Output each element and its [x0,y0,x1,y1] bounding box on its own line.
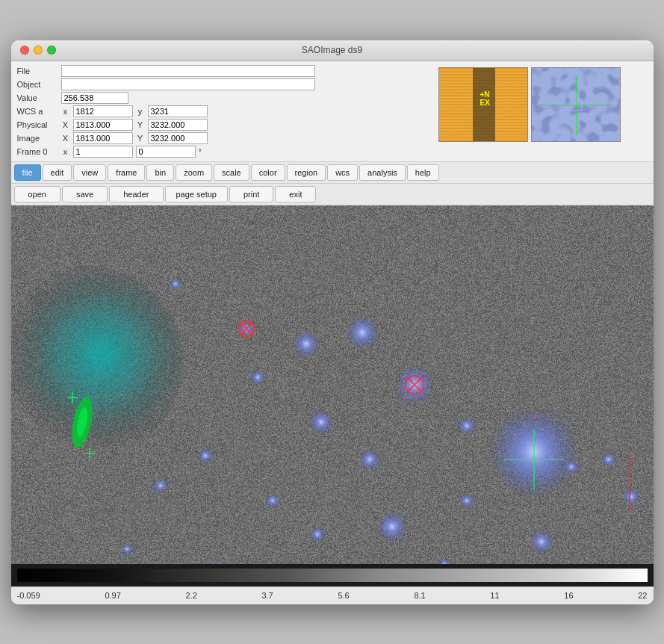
physical-y-label: Y [136,120,145,129]
frame-label: Frame 0 [17,147,58,156]
scale-label-3: 3.7 [261,591,273,600]
deg-symbol: ° [199,147,202,156]
preview-blue [532,68,621,142]
preview-orange: +NEX [439,68,528,142]
help-button[interactable]: help [407,164,439,181]
region-button[interactable]: region [287,164,326,181]
scale-label-4: 5.6 [338,591,349,600]
physical-y-input[interactable] [148,119,208,131]
scale-row: -0.059 0.97 2.2 3.7 5.6 8.1 11 16 22 [11,586,654,604]
preview-orange-box: +NEX [438,67,528,142]
traffic-lights [20,46,56,55]
info-panel: File Object Value 256.538 WCS a x y [11,61,654,162]
view-button[interactable]: view [73,164,106,181]
scale-label-6: 11 [490,591,499,600]
image-x-input[interactable] [73,132,133,144]
astronomy-canvas[interactable] [11,205,654,564]
frame-button[interactable]: frame [108,164,145,181]
print-button[interactable]: print [229,186,273,202]
colorbar [17,569,648,582]
image-row: Image X Y [17,131,435,145]
header-button[interactable]: header [109,186,163,202]
scale-labels: -0.059 0.97 2.2 3.7 5.6 8.1 11 16 22 [17,591,648,600]
physical-x-input[interactable] [73,119,133,131]
frame-x-input[interactable] [73,146,133,158]
scale-label-2: 2.2 [185,591,196,600]
image-y-label: Y [136,134,145,143]
color-button[interactable]: color [251,164,285,181]
frame-x-label: x [61,147,70,156]
object-row: Object [17,78,435,91]
wcs-y-input[interactable] [148,105,208,117]
bin-button[interactable]: bin [146,164,174,181]
crosshair-label: +NEX [480,90,490,107]
wcs-x-label: x [61,107,70,116]
image-y-input[interactable] [148,132,208,144]
wcs-y-label: y [136,107,145,116]
scale-label-8: 22 [638,591,647,600]
open-button[interactable]: open [14,186,60,202]
scale-label-0: -0.059 [17,591,40,600]
main-window: SAOImage ds9 File Object Value 256.538 W… [11,40,654,604]
object-input[interactable] [61,78,315,90]
titlebar: SAOImage ds9 [11,40,654,61]
scale-button[interactable]: scale [214,164,249,181]
window-title: SAOImage ds9 [302,45,362,55]
page-setup-button[interactable]: page setup [165,186,228,202]
wcs-button[interactable]: wcs [327,164,358,181]
colorbar-container [11,564,654,586]
value-label: Value [17,93,58,102]
scale-label-7: 16 [564,591,573,600]
object-label: Object [17,80,58,89]
physical-label: Physical [17,120,58,129]
preview-blue-box [531,67,621,142]
save-button[interactable]: save [62,186,108,202]
preview-area: +NEX [435,64,648,158]
close-button[interactable] [20,46,29,55]
wcs-label: WCS a [17,107,58,116]
maximize-button[interactable] [47,46,56,55]
sub-toolbar: open save header page setup print exit [11,184,654,205]
physical-row: Physical X Y [17,118,435,131]
value-row: Value 256.538 [17,91,435,105]
main-canvas[interactable] [11,205,654,564]
physical-x-label: X [61,120,70,129]
edit-button[interactable]: edit [43,164,72,181]
file-button[interactable]: file [14,164,41,181]
wcs-x-input[interactable] [73,105,133,117]
zoom-button[interactable]: zoom [176,164,212,181]
wcs-row: WCS a x y [17,105,435,118]
value-display: 256.538 [61,92,128,104]
file-input[interactable] [61,65,315,77]
frame-deg-input[interactable] [136,146,196,158]
scale-label-1: 0.97 [105,591,120,600]
frame-row: Frame 0 x ° [17,145,435,158]
image-label: Image [17,134,58,143]
minimize-button[interactable] [34,46,43,55]
blue-preview-svg [532,68,621,142]
main-toolbar: file edit view frame bin zoom scale colo… [11,162,654,184]
analysis-button[interactable]: analysis [359,164,406,181]
exit-button[interactable]: exit [275,186,316,202]
scale-label-5: 8.1 [414,591,425,600]
file-label: File [17,66,58,75]
info-fields: File Object Value 256.538 WCS a x y [17,64,435,158]
image-x-label: X [61,134,70,143]
file-row: File [17,64,435,78]
